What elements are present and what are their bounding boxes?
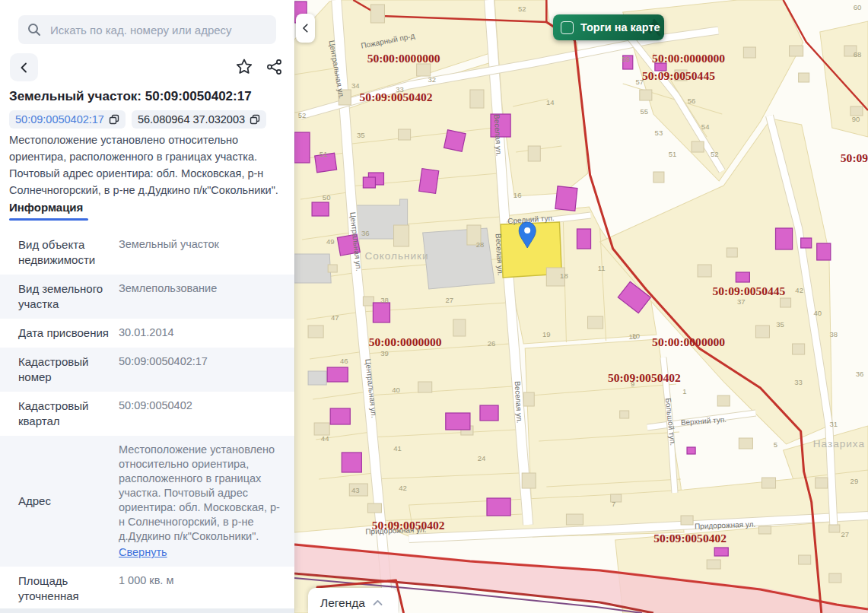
parcel-number-label: 11: [598, 264, 606, 272]
parcel-number-label: 7: [612, 500, 615, 508]
building: [399, 129, 411, 140]
info-row-label: Кадастровый квартал: [18, 399, 116, 429]
building: [522, 473, 536, 488]
parcel-number-label: 34: [351, 81, 360, 90]
cadastral-quarter-label: 50:09:0050445: [642, 69, 715, 82]
share-icon: [265, 58, 284, 76]
parcel-number-label: 40: [392, 386, 400, 394]
building: [781, 298, 791, 307]
parcel-number-label: 19: [542, 330, 551, 338]
copy-icon[interactable]: [250, 114, 260, 125]
building: [588, 316, 603, 329]
copy-icon[interactable]: [109, 114, 119, 125]
info-row: Площадь уточненная1 000 кв. м: [0, 567, 294, 611]
parcel-number-label: 10: [628, 332, 637, 341]
search-bar[interactable]: [18, 15, 276, 44]
parcel-number-label: 38: [830, 330, 838, 338]
parcel-number-label: 38: [380, 296, 389, 304]
parcel-number-label: 36: [361, 229, 370, 237]
parcel-number-label: 56: [688, 97, 696, 105]
parcel-number-label: 35: [776, 320, 784, 329]
registered-building: [330, 408, 350, 424]
registered-building: [446, 413, 470, 430]
map-canvas[interactable]: 5234333551504947464443363839404142272628…: [294, 0, 868, 613]
building: [793, 344, 805, 354]
building: [328, 265, 337, 272]
building: [640, 90, 652, 100]
registered-building: [817, 243, 831, 260]
building: [528, 146, 540, 161]
info-row-label: Вид объекта недвижимости: [18, 237, 116, 268]
building: [692, 141, 704, 152]
building: [790, 46, 803, 56]
coordinates-chip[interactable]: 56.080964 37.032003: [132, 110, 266, 129]
chevron-left-icon: [18, 62, 30, 74]
parcel-number-label: 51: [320, 150, 328, 158]
info-row-value: 30.01.2014: [116, 326, 284, 340]
parcel-number-label: 52: [518, 5, 526, 13]
building: [816, 478, 828, 488]
parcel-number-label: 37: [737, 297, 746, 306]
parcel-number-label: 32: [428, 75, 436, 84]
parcel-number-label: 52: [711, 150, 719, 158]
parcel-number-label: 90: [852, 115, 860, 123]
info-row-label: Дата присвоения: [18, 326, 116, 341]
parcel-number-label: 39: [380, 349, 389, 357]
share-button[interactable]: [263, 56, 286, 78]
gray-parcel: [308, 371, 326, 385]
parcel-number-label: 24: [478, 454, 486, 462]
info-row-label: Вид земельного участка: [18, 281, 116, 312]
coordinates-chip-label: 56.080964 37.032003: [138, 113, 245, 125]
parcel-number-label: 27: [841, 530, 850, 538]
cadastral-quarter-label: 50:00:0000000: [652, 335, 725, 348]
search-input[interactable]: [49, 23, 267, 37]
chevron-up-icon: [373, 599, 383, 606]
building: [566, 514, 583, 525]
cadastral-number-chip[interactable]: 50:09:0050402:17: [9, 110, 126, 129]
back-button[interactable]: [10, 53, 38, 81]
place-name-label: Сокольники: [364, 250, 428, 262]
cadastral-quarter-label: 50:09:0050445: [712, 284, 785, 297]
sidebar-collapse-button[interactable]: [296, 14, 315, 43]
parcel-number-label: 49: [326, 237, 335, 246]
tab-active-underline: [9, 218, 88, 221]
torgi-on-map-button[interactable]: Торги на карте: [553, 14, 664, 40]
collapse-address-link[interactable]: Свернуть: [119, 545, 167, 560]
building: [314, 423, 329, 435]
building: [367, 503, 381, 513]
registered-building: [327, 367, 348, 382]
sidebar-bottom-strip: [0, 608, 294, 613]
building: [620, 411, 629, 418]
parcel-number-label: 52: [298, 111, 307, 119]
parcel-number-label: 41: [393, 444, 402, 453]
parcel-number-label: 47: [331, 313, 339, 322]
parcel-number-label: 27: [446, 296, 454, 304]
location-pin-dot: [524, 227, 530, 233]
info-table: Вид объекта недвижимостиЗемельный участо…: [0, 230, 294, 611]
gray-parcel: [294, 254, 331, 283]
chevron-left-icon: [300, 23, 311, 33]
favorite-button[interactable]: [233, 56, 256, 78]
building: [761, 478, 775, 488]
building: [727, 248, 737, 257]
info-row-value: 1 000 кв. м: [116, 573, 284, 588]
registered-building: [480, 405, 498, 421]
parcel-number-label: 35: [357, 131, 365, 139]
info-row: АдресМестоположение установлено относите…: [0, 436, 294, 567]
info-row: Кадастровый номер50:09:0050402:17: [0, 348, 294, 392]
torgi-button-label: Торги на карте: [580, 21, 660, 33]
cadastral-number-chip-label: 50:09:0050402:17: [15, 113, 104, 125]
tab-information[interactable]: Информация: [9, 201, 83, 214]
registered-building: [444, 130, 466, 151]
registered-building: [294, 132, 310, 163]
legend-panel[interactable]: Легенда: [308, 588, 398, 613]
torgi-checkbox[interactable]: [561, 21, 574, 34]
building: [363, 297, 374, 306]
registered-building: [419, 169, 439, 194]
search-icon: [27, 23, 41, 37]
cadastral-map-svg[interactable]: 5234333551504947464443363839404142272628…: [294, 0, 868, 613]
info-row-value: Землепользование: [116, 281, 284, 296]
info-row-value: 50:09:0050402:17: [116, 354, 284, 369]
info-row: Кадастровый квартал50:09:0050402: [0, 392, 294, 436]
sidebar: Земельный участок: 50:09:0050402:17 50:0…: [0, 0, 294, 613]
